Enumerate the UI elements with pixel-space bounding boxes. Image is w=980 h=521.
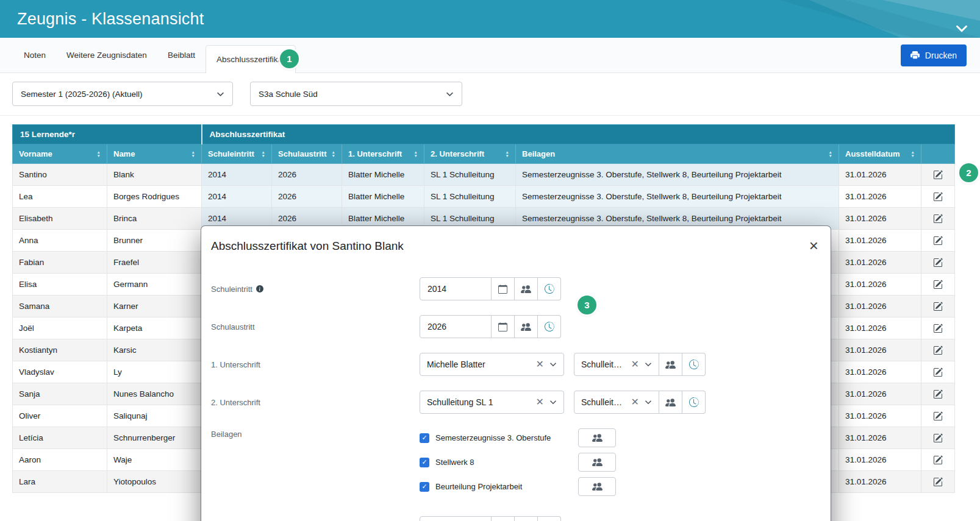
cell-ausstelldatum: 31.01.2026 xyxy=(839,361,921,383)
history-button[interactable] xyxy=(538,315,561,338)
edit-row-button[interactable] xyxy=(932,388,944,400)
calendar-button[interactable] xyxy=(492,516,515,521)
cell-schulaustritt: 2026 xyxy=(272,164,342,186)
edit-icon xyxy=(933,389,943,399)
header-chevron-down-icon[interactable] xyxy=(956,24,968,35)
edit-row-button[interactable] xyxy=(932,476,944,488)
history-button[interactable] xyxy=(538,277,561,300)
step-1-badge: 1 xyxy=(280,49,299,68)
sort-icon: ▲▼ xyxy=(332,151,335,158)
edit-icon xyxy=(933,192,943,202)
edit-row-button[interactable] xyxy=(932,322,944,335)
chevron-down-icon xyxy=(549,400,557,405)
cell-actions xyxy=(921,208,955,230)
cell-actions xyxy=(921,164,955,186)
cell-schulaustritt: 2026 xyxy=(272,186,342,208)
unterschrift2-person-select[interactable]: Schulleitung SL 1 ✕ xyxy=(420,391,564,414)
clear-icon[interactable]: ✕ xyxy=(631,397,639,407)
cell-name: Nunes Balancho xyxy=(107,383,202,405)
people-icon xyxy=(592,457,603,467)
unterschrift1-role-value: Schulleitungs. xyxy=(581,360,626,369)
tab-label: Beiblatt xyxy=(168,51,195,60)
beilage-label: Stellwerk 8 xyxy=(435,458,578,467)
column-header-schulaustritt[interactable]: Schulaustritt▲▼ xyxy=(272,144,342,164)
apply-to-all-button[interactable] xyxy=(515,277,538,300)
unterschrift1-person-value: Michelle Blatter xyxy=(427,360,531,369)
edit-row-button[interactable] xyxy=(932,213,944,225)
assign-people-button[interactable] xyxy=(578,453,616,472)
info-icon[interactable] xyxy=(256,285,263,292)
column-header-2-unterschrift[interactable]: 2. Unterschrift▲▼ xyxy=(424,144,516,164)
cell-name: Brinca xyxy=(107,208,202,230)
tab-list: NotenWeitere ZeugnisdatenBeiblattAbschlu… xyxy=(13,38,296,73)
edit-row-button[interactable] xyxy=(932,454,944,466)
apply-to-all-button[interactable] xyxy=(515,516,538,521)
column-header-1-unterschrift[interactable]: 1. Unterschrift▲▼ xyxy=(342,144,424,164)
section-divider xyxy=(0,115,980,116)
edit-row-button[interactable] xyxy=(932,169,944,181)
edit-row-button[interactable] xyxy=(932,410,944,422)
edit-row-button[interactable] xyxy=(932,300,944,313)
page-title: Zeugnis - Klassenansicht xyxy=(17,10,204,29)
history-button[interactable] xyxy=(682,353,706,376)
column-header-vorname[interactable]: Vorname▲▼ xyxy=(13,144,107,164)
clear-icon[interactable]: ✕ xyxy=(536,360,544,369)
calendar-button[interactable] xyxy=(492,315,515,338)
edit-icon xyxy=(933,324,943,333)
column-header-ausstelldatum[interactable]: Ausstelldatum▲▼ xyxy=(839,144,921,164)
unterschrift1-person-select[interactable]: Michelle Blatter ✕ xyxy=(420,353,564,376)
edit-row-button[interactable] xyxy=(932,344,944,356)
semester-select[interactable]: Semester 1 (2025-2026) (Aktuell) xyxy=(12,82,233,106)
cell-vorname: Anna xyxy=(13,230,107,252)
column-header-name[interactable]: Name▲▼ xyxy=(107,144,202,164)
assign-people-button[interactable] xyxy=(578,428,616,447)
clear-icon[interactable]: ✕ xyxy=(631,360,639,369)
column-header-beilagen[interactable]: Beilagen▲▼ xyxy=(516,144,839,164)
schuleintritt-input[interactable] xyxy=(420,277,492,300)
apply-to-all-button[interactable] xyxy=(515,315,538,338)
history-button[interactable] xyxy=(538,516,561,521)
calendar-button[interactable] xyxy=(492,277,515,300)
schulaustritt-row: Schulaustritt xyxy=(211,315,818,338)
unterschrift2-role-select[interactable]: Schulleitung ✕ xyxy=(574,391,659,414)
unterschrift1-role-select[interactable]: Schulleitungs. ✕ xyxy=(574,353,659,376)
cell-ausstelldatum: 31.01.2026 xyxy=(839,383,921,405)
history-button[interactable] xyxy=(682,391,706,414)
schulaustritt-input[interactable] xyxy=(420,315,492,338)
column-header-schuleintritt[interactable]: Schuleintritt▲▼ xyxy=(202,144,272,164)
edit-row-button[interactable] xyxy=(932,257,944,269)
cell-vorname: Elisabeth xyxy=(13,208,107,230)
print-button[interactable]: Drucken xyxy=(901,44,967,66)
sort-icon: ▲▼ xyxy=(97,151,101,158)
step-3-badge: 3 xyxy=(578,296,596,314)
unterschrift1-label: 1. Unterschrift xyxy=(211,360,420,369)
people-icon xyxy=(592,481,603,492)
cell-ausstelldatum: 31.01.2026 xyxy=(839,296,921,317)
edit-row-button[interactable] xyxy=(932,278,944,291)
cutoff-input[interactable] xyxy=(420,516,492,521)
unterschrift1-row: 1. Unterschrift Michelle Blatter ✕ Schul… xyxy=(211,353,818,376)
sort-icon: ▲▼ xyxy=(506,151,509,158)
assign-people-button[interactable] xyxy=(578,477,616,496)
cell-beilagen: Semesterzeugnisse 3. Oberstufe, Stellwer… xyxy=(516,164,839,186)
edit-row-button[interactable] xyxy=(932,432,944,444)
edit-row-button[interactable] xyxy=(932,191,944,203)
beilage-checkbox[interactable]: ✓ xyxy=(420,482,429,492)
apply-to-all-button[interactable] xyxy=(659,353,682,376)
beilage-checkbox[interactable]: ✓ xyxy=(420,433,429,443)
modal-close-button[interactable]: × xyxy=(809,239,818,252)
cell-vorname: Letícia xyxy=(13,427,107,449)
printer-icon xyxy=(910,51,920,60)
edit-row-button[interactable] xyxy=(932,366,944,378)
beilage-checkbox[interactable]: ✓ xyxy=(420,458,429,467)
group-header-row: 15 Lernende*r Abschlusszertifikat xyxy=(13,125,955,144)
edit-row-button[interactable] xyxy=(932,235,944,247)
tab-beiblatt[interactable]: Beiblatt xyxy=(157,37,206,73)
class-select[interactable]: S3a Schule Süd xyxy=(250,82,462,106)
tab-weitere-zeugnisdaten[interactable]: Weitere Zeugnisdaten xyxy=(56,37,157,73)
apply-to-all-button[interactable] xyxy=(659,391,682,414)
clear-icon[interactable]: ✕ xyxy=(536,397,544,407)
tab-noten[interactable]: Noten xyxy=(13,37,56,73)
cell-schuleintritt: 2014 xyxy=(202,186,272,208)
modal-title: Abschlusszertifikat von Santino Blank xyxy=(211,239,404,253)
